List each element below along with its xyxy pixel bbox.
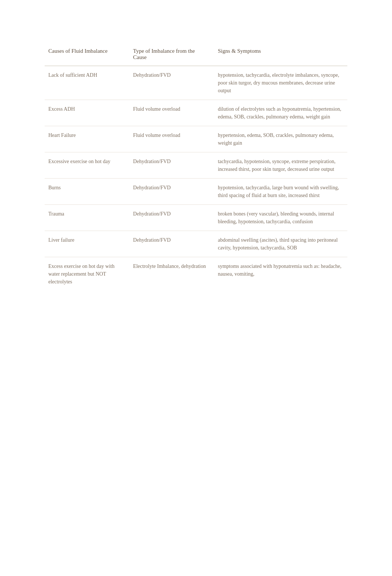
cell-signs: tachycardia, hypotension, syncope, extre… bbox=[214, 152, 347, 179]
cell-type: Fluid volume overload bbox=[130, 126, 214, 152]
cell-cause: Trauma bbox=[45, 205, 130, 231]
fluid-imbalance-table: Causes of Fluid Imbalance Type of Imbala… bbox=[45, 44, 347, 291]
cell-cause: Excessive exercise on hot day bbox=[45, 152, 130, 179]
table-row: TraumaDehydration/FVDbroken bones (very … bbox=[45, 205, 347, 231]
cell-cause: Liver failure bbox=[45, 231, 130, 257]
table-header-row: Causes of Fluid Imbalance Type of Imbala… bbox=[45, 44, 347, 66]
cell-signs: hypotension, tachycardia, large burn wou… bbox=[214, 179, 347, 205]
cell-signs: dilution of electrolytes such as hyponat… bbox=[214, 100, 347, 126]
cell-cause: Lack of sufficient ADH bbox=[45, 66, 130, 100]
cell-signs: hypotension, tachycardia, electrolyte im… bbox=[214, 66, 347, 100]
cell-type: Dehydration/FVD bbox=[130, 66, 214, 100]
cell-signs: abdominal swelling (ascites), third spac… bbox=[214, 231, 347, 257]
table-row: Excess exercise on hot day with water re… bbox=[45, 257, 347, 291]
table-row: Excess ADHFluid volume overloaddilution … bbox=[45, 100, 347, 126]
cell-cause: Excess exercise on hot day with water re… bbox=[45, 257, 130, 291]
table-row: BurnsDehydration/FVDhypotension, tachyca… bbox=[45, 179, 347, 205]
cell-cause: Heart Failure bbox=[45, 126, 130, 152]
cell-type: Electrolyte Imbalance, dehydration bbox=[130, 257, 214, 291]
cell-signs: broken bones (very vascular), bleeding w… bbox=[214, 205, 347, 231]
table-row: Excessive exercise on hot dayDehydration… bbox=[45, 152, 347, 179]
table-row: Liver failureDehydration/FVDabdominal sw… bbox=[45, 231, 347, 257]
cell-cause: Excess ADH bbox=[45, 100, 130, 126]
cell-type: Dehydration/FVD bbox=[130, 205, 214, 231]
table-row: Lack of sufficient ADHDehydration/FVDhyp… bbox=[45, 66, 347, 100]
cell-type: Dehydration/FVD bbox=[130, 179, 214, 205]
cell-type: Dehydration/FVD bbox=[130, 231, 214, 257]
header-cause: Causes of Fluid Imbalance bbox=[45, 44, 130, 66]
cell-signs: hypertension, edema, SOB, crackles, pulm… bbox=[214, 126, 347, 152]
table-row: Heart FailureFluid volume overloadhypert… bbox=[45, 126, 347, 152]
cell-type: Fluid volume overload bbox=[130, 100, 214, 126]
cell-type: Dehydration/FVD bbox=[130, 152, 214, 179]
header-signs: Signs & Symptoms bbox=[214, 44, 347, 66]
cell-signs: symptoms associated with hyponatremia su… bbox=[214, 257, 347, 291]
cell-cause: Burns bbox=[45, 179, 130, 205]
header-type: Type of Imbalance from the Cause bbox=[130, 44, 214, 66]
